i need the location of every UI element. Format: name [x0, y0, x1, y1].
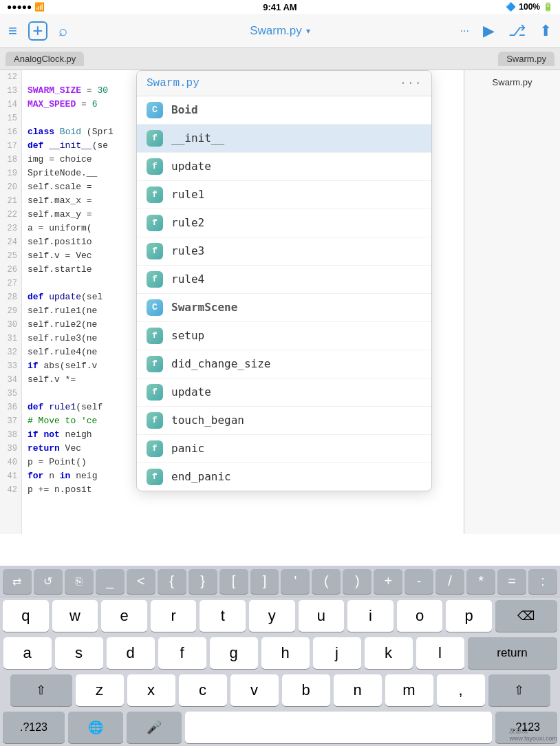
watermark: 发游戏www.fayouxi.com	[509, 727, 557, 743]
equals-key[interactable]: =	[497, 569, 526, 594]
open-brace-key[interactable]: {	[158, 569, 186, 594]
autocomplete-header: Swarm.py ···	[137, 71, 431, 96]
key-v[interactable]: v	[230, 674, 279, 706]
key-b[interactable]: b	[282, 674, 330, 706]
number-key[interactable]: .?123	[3, 712, 65, 743]
undo-key[interactable]: ↺	[34, 569, 63, 594]
quote-key[interactable]: '	[281, 569, 310, 594]
key-f[interactable]: f	[158, 637, 206, 669]
status-time: 9:41 AM	[263, 2, 297, 12]
key-e[interactable]: e	[101, 600, 147, 632]
autocomplete-item[interactable]: fpanic	[137, 435, 431, 463]
space-key[interactable]	[185, 712, 492, 743]
autocomplete-item[interactable]: f__init__	[137, 125, 431, 153]
key-l[interactable]: l	[416, 637, 464, 669]
shift-key[interactable]: ⇧	[10, 674, 72, 706]
copy-key[interactable]: ⎘	[65, 569, 94, 594]
key-h[interactable]: h	[261, 637, 310, 669]
colon-key[interactable]: :	[528, 569, 557, 594]
dropdown-arrow[interactable]: ▾	[306, 26, 310, 36]
key-p[interactable]: p	[446, 600, 492, 632]
open-paren-key[interactable]: (	[312, 569, 341, 594]
autocomplete-item[interactable]: fsetup	[137, 322, 431, 350]
return-key[interactable]: return	[468, 637, 557, 669]
key-r[interactable]: r	[151, 600, 197, 632]
slash-key[interactable]: /	[435, 569, 464, 594]
autocomplete-item[interactable]: frule2	[137, 209, 431, 237]
autocomplete-title: Swarm.py	[147, 76, 200, 90]
autocomplete-item[interactable]: frule1	[137, 181, 431, 209]
close-brace-key[interactable]: }	[189, 569, 217, 594]
minus-key[interactable]: -	[405, 569, 433, 594]
key-i[interactable]: i	[347, 600, 394, 632]
status-right: 🔷 100% 🔋	[506, 2, 553, 12]
asterisk-key[interactable]: *	[466, 569, 495, 594]
key-n[interactable]: n	[334, 674, 382, 706]
key-a[interactable]: a	[3, 637, 52, 669]
autocomplete-items: CBoidf__init__fupdatefrule1frule2frule3f…	[137, 96, 431, 491]
key-m[interactable]: m	[385, 674, 433, 706]
key-j[interactable]: j	[313, 637, 361, 669]
export-icon[interactable]: ⬆	[539, 22, 552, 40]
autocomplete-item[interactable]: ftouch_began	[137, 407, 431, 435]
autocomplete-dropdown[interactable]: Swarm.py ··· CBoidf__init__fupdatefrule1…	[136, 70, 432, 491]
key-row-3: ⇧ z x c v b n m , ⇧	[0, 672, 560, 709]
key-row-bottom: .?123 🌐 🎤 .?123	[0, 709, 560, 746]
play-icon[interactable]: ▶	[483, 22, 495, 40]
toolbar: ≡ + ⌕ Swarm.py ▾ ··· ▶ ⎇ ⬆	[0, 14, 560, 48]
underscore-key[interactable]: _	[96, 569, 125, 594]
bluetooth-icon: 🔷	[506, 2, 516, 12]
autocomplete-item[interactable]: frule3	[137, 237, 431, 266]
autocomplete-item[interactable]: CSwarmScene	[137, 294, 431, 322]
key-d[interactable]: d	[107, 637, 155, 669]
code-editor[interactable]: 12 13 14 15 16 17 18 19 20 21 22 23 24 2…	[0, 70, 464, 534]
tab-swarm[interactable]: Swarm.py	[498, 52, 554, 66]
globe-key[interactable]: 🌐	[68, 712, 123, 743]
toolbar-center: Swarm.py ▾	[250, 24, 310, 38]
key-z[interactable]: z	[76, 674, 124, 706]
key-y[interactable]: y	[249, 600, 295, 632]
backspace-key[interactable]: ⌫	[495, 600, 557, 632]
key-s[interactable]: s	[55, 637, 103, 669]
right-panel: Swarm.py	[464, 70, 560, 534]
tab-key[interactable]: ⇄	[3, 569, 32, 594]
mic-key[interactable]: 🎤	[127, 712, 182, 743]
add-icon[interactable]: +	[28, 21, 47, 41]
key-g[interactable]: g	[210, 637, 258, 669]
key-comma[interactable]: ,	[437, 674, 485, 706]
signal-dots: ●●●●●	[7, 2, 32, 12]
key-q[interactable]: q	[3, 600, 49, 632]
key-o[interactable]: o	[397, 600, 443, 632]
plus-key[interactable]: +	[374, 569, 402, 594]
key-u[interactable]: u	[299, 600, 345, 632]
status-bar: ●●●●● 📶 9:41 AM 🔷 100% 🔋	[0, 0, 560, 14]
key-t[interactable]: t	[200, 600, 246, 632]
branch-icon[interactable]: ⎇	[508, 22, 526, 40]
autocomplete-item[interactable]: frule4	[137, 266, 431, 294]
autocomplete-dots[interactable]: ···	[400, 76, 422, 90]
special-key-row: ⇄ ↺ ⎘ _ < { } [ ] ' ( ) + - / * = :	[0, 566, 560, 597]
autocomplete-item[interactable]: CBoid	[137, 96, 431, 125]
key-c[interactable]: c	[179, 674, 227, 706]
tab-bar: AnalogClock.py Swarm.py	[0, 48, 560, 70]
main-area: 12 13 14 15 16 17 18 19 20 21 22 23 24 2…	[0, 70, 560, 534]
menu-icon[interactable]: ≡	[8, 22, 17, 40]
autocomplete-item[interactable]: fupdate	[137, 153, 431, 181]
close-bracket-key[interactable]: ]	[250, 569, 279, 594]
tab-analogclock[interactable]: AnalogClock.py	[6, 52, 84, 66]
filename-label[interactable]: Swarm.py	[250, 24, 302, 38]
right-tab-label[interactable]: Swarm.py	[493, 77, 532, 87]
autocomplete-item[interactable]: fdid_change_size	[137, 350, 431, 379]
autocomplete-item[interactable]: fupdate	[137, 379, 431, 407]
toolbar-right: ··· ▶ ⎇ ⬆	[460, 22, 552, 40]
close-paren-key[interactable]: )	[343, 569, 371, 594]
autocomplete-item[interactable]: fend_panic	[137, 463, 431, 491]
shift-key-right[interactable]: ⇧	[488, 674, 550, 706]
key-x[interactable]: x	[127, 674, 175, 706]
key-w[interactable]: w	[52, 600, 98, 632]
search-icon[interactable]: ⌕	[58, 22, 67, 40]
less-than-key[interactable]: <	[127, 569, 155, 594]
dots-icon[interactable]: ···	[460, 25, 469, 37]
open-bracket-key[interactable]: [	[219, 569, 248, 594]
key-k[interactable]: k	[365, 637, 413, 669]
